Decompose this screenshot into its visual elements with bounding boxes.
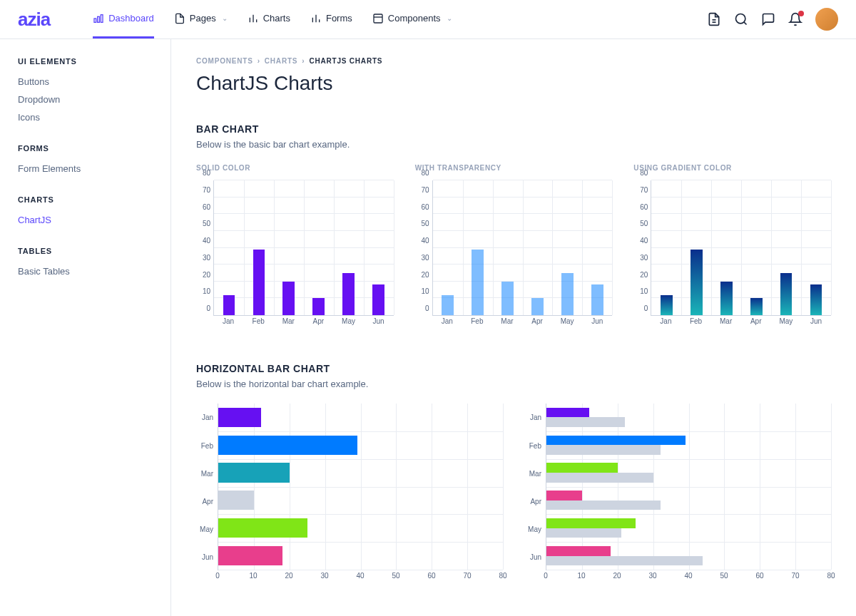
bar[interactable]: [591, 284, 603, 315]
bar[interactable]: [282, 282, 295, 315]
x-tick: Feb: [253, 317, 265, 325]
y-tick: May: [528, 525, 541, 533]
bar[interactable]: [312, 298, 325, 315]
x-tick: 20: [613, 572, 621, 580]
nav-item-forms[interactable]: Forms: [310, 1, 352, 38]
page-title: ChartJS Charts: [196, 72, 831, 95]
notification-dot: [798, 11, 804, 16]
y-tick: 0: [644, 304, 648, 312]
y-tick: 50: [203, 220, 210, 227]
hbar[interactable]: [546, 417, 625, 427]
y-tick: Jun: [530, 553, 541, 560]
bar[interactable]: [472, 250, 484, 315]
top-nav: DashboardPages⌄ChartsFormsComponents⌄: [93, 1, 707, 38]
file-icon[interactable]: [707, 12, 721, 26]
hbar[interactable]: [218, 408, 261, 427]
chart-bar2: WITH TRANSPARENCY01020304050607080JanFeb…: [415, 164, 613, 327]
y-tick: 10: [203, 287, 210, 295]
y-tick: 40: [203, 237, 210, 245]
sidebar-item-basic-tables[interactable]: Basic Tables: [18, 262, 153, 280]
avatar[interactable]: [815, 8, 838, 31]
hbar[interactable]: [546, 491, 582, 500]
y-tick: 20: [203, 270, 210, 278]
y-tick: 30: [422, 253, 429, 261]
x-tick: 40: [356, 572, 364, 580]
hbar[interactable]: [218, 436, 357, 455]
x-tick: Jan: [223, 317, 234, 325]
sidebar-item-buttons[interactable]: Buttons: [18, 73, 153, 91]
sidebar-group: UI ELEMENTSButtonsDropdownIcons: [18, 57, 153, 126]
sidebar-group-title: TABLES: [18, 247, 153, 255]
bar[interactable]: [750, 298, 763, 315]
bar[interactable]: [442, 295, 454, 315]
sidebar-item-chartjs[interactable]: ChartJS: [18, 211, 153, 229]
hbar[interactable]: [546, 473, 653, 483]
hbar[interactable]: [546, 518, 636, 528]
hbar[interactable]: [546, 528, 621, 538]
x-tick: Apr: [313, 317, 325, 325]
sidebar-group-title: CHARTS: [18, 195, 153, 204]
bar[interactable]: [691, 250, 703, 315]
bar[interactable]: [810, 284, 822, 315]
y-tick: 30: [203, 253, 210, 261]
x-tick: 20: [285, 572, 292, 580]
bar-chart: 01020304050607080JanFebMarAprMayJun: [633, 180, 831, 327]
bar[interactable]: [561, 273, 574, 315]
hbar[interactable]: [546, 408, 589, 418]
x-tick: Mar: [282, 317, 295, 325]
svg-rect-2: [101, 14, 103, 22]
brand-logo[interactable]: azia: [18, 9, 50, 31]
hbar[interactable]: [218, 546, 282, 565]
breadcrumb-item[interactable]: COMPONENTS: [196, 57, 253, 65]
header: azia DashboardPages⌄ChartsFormsComponent…: [0, 0, 856, 39]
hbar[interactable]: [546, 556, 703, 566]
message-icon[interactable]: [761, 12, 775, 26]
nav-icon: [248, 13, 259, 24]
nav-item-charts[interactable]: Charts: [248, 1, 290, 38]
bar-chart: 01020304050607080JanFebMarAprMayJun: [415, 180, 613, 327]
y-tick: 80: [203, 169, 210, 177]
nav-item-pages[interactable]: Pages⌄: [174, 1, 228, 38]
hbar[interactable]: [546, 463, 618, 473]
hbar[interactable]: [546, 436, 686, 446]
x-tick: Mar: [501, 317, 513, 325]
hbar[interactable]: [218, 491, 254, 510]
hbar-section-title: HORIZONTAL BAR CHART: [196, 363, 831, 374]
bar[interactable]: [501, 282, 514, 315]
nav-icon: [174, 13, 185, 24]
hbar[interactable]: [546, 445, 661, 455]
bar[interactable]: [531, 298, 544, 315]
x-tick: 80: [827, 572, 835, 580]
bar[interactable]: [661, 295, 673, 315]
bar-chart: 01020304050607080JanFebMarAprMayJun: [196, 180, 394, 327]
x-tick: 0: [544, 572, 548, 580]
breadcrumb-item[interactable]: CHARTS: [265, 57, 297, 65]
bar[interactable]: [780, 273, 793, 315]
nav-item-components[interactable]: Components⌄: [372, 1, 452, 38]
bar[interactable]: [342, 273, 355, 315]
y-tick: Feb: [201, 441, 213, 449]
hbar[interactable]: [546, 500, 661, 510]
x-tick: 30: [320, 572, 328, 580]
sidebar-item-icons[interactable]: Icons: [18, 108, 153, 126]
bar[interactable]: [720, 282, 733, 315]
bar[interactable]: [372, 284, 384, 315]
hbar[interactable]: [546, 546, 611, 556]
x-tick: Jan: [660, 317, 671, 325]
y-tick: 50: [640, 220, 648, 227]
bar[interactable]: [223, 295, 235, 315]
y-tick: 70: [422, 185, 429, 193]
sidebar-group: CHARTSChartJS: [18, 195, 153, 229]
y-tick: Apr: [202, 497, 213, 505]
hbar[interactable]: [218, 463, 290, 482]
y-tick: 0: [425, 304, 429, 312]
bar[interactable]: [253, 250, 265, 315]
y-tick: 0: [206, 304, 210, 312]
bell-icon[interactable]: [788, 12, 802, 26]
chart-title: WITH TRANSPARENCY: [415, 164, 613, 172]
hbar[interactable]: [218, 518, 307, 538]
nav-item-dashboard[interactable]: Dashboard: [93, 1, 154, 38]
sidebar-item-dropdown[interactable]: Dropdown: [18, 91, 153, 108]
sidebar-item-form-elements[interactable]: Form Elements: [18, 160, 153, 178]
search-icon[interactable]: [734, 12, 748, 26]
